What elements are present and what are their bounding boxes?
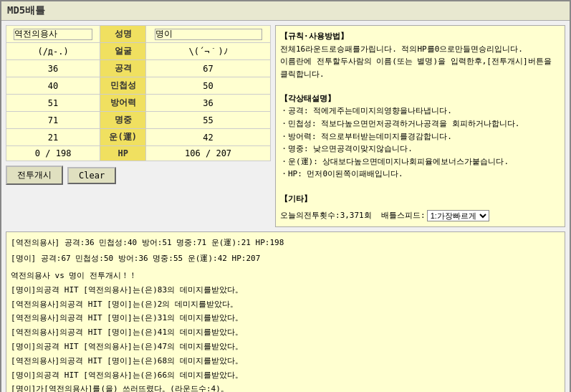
speed-select[interactable]: 1:가장빠르게2:빠르게3:보통4:느리게5:가장느리게 [427, 210, 489, 221]
right-panel: 【규칙·사용방법】 전체16라운드로승패를가립니다. 적의HP를0으로만들면승리… [275, 25, 565, 227]
log-line: [역전의용사]의공격 HIT [명이]는(은)41의 데미지를받았다。 [11, 325, 560, 340]
speed-label: 배틀스피드: [381, 209, 426, 222]
stat-label: HP [100, 146, 146, 161]
app-title: MD5배틀 [7, 4, 45, 16]
log-line: [명이]의공격 HIT [역전의용사]는(은)66의 데미지를받았다。 [11, 368, 560, 383]
log-line: [명이]의공격 HIT [역전의용사]는(은)83의 데미지를받았다。 [11, 283, 560, 297]
battle-controls: 전투개시 Clear [6, 161, 271, 189]
stat-left-value: 21 [6, 129, 100, 146]
stats-table: 성명 (/д-.) 얼굴 \(´¬｀)ﾉ 36 공격 67 40 민첩성 50 … [6, 25, 271, 161]
battle-start-button[interactable]: 전투개시 [6, 166, 63, 185]
battle-count: 3,371회 [340, 209, 372, 222]
log-line: [역전의용사]의공격 HIT [명이]는(은)2의 데미지를받았다。 [11, 297, 560, 312]
stat-label: 공격 [100, 60, 146, 77]
clear-button[interactable]: Clear [67, 167, 116, 184]
left-panel: 성명 (/д-.) 얼굴 \(´¬｀)ﾉ 36 공격 67 40 민첩성 50 … [6, 25, 271, 227]
stat-label-name: 성명 [100, 26, 146, 43]
stat-right-value: 50 [146, 77, 271, 95]
content-area: 성명 (/д-.) 얼굴 \(´¬｀)ﾉ 36 공격 67 40 민첩성 50 … [1, 21, 570, 231]
log-line: [역전의용사]의공격 HIT [명이]는(은)68의 데미지를받았다。 [11, 354, 560, 368]
stat-label: 민첩성 [100, 77, 146, 95]
stat-left-value: 36 [6, 60, 100, 77]
stat-label: 명중 [100, 112, 146, 129]
stat-right-value: 36 [146, 95, 271, 112]
stat-right-value: 67 [146, 60, 271, 77]
status-item: ・명중: 낮으면공격이맞지않습니다. [280, 143, 560, 156]
char2-name-input[interactable] [155, 29, 262, 40]
stat-left-value: 51 [6, 95, 100, 112]
status-item: ・공격: 적에게주는데미지의영향을나타냅니다. [280, 105, 560, 118]
log-line: 역전의용사 vs 명이 전투개시！！ [11, 269, 560, 283]
log-line: [명이]가[역전의용사]를(을) 쓰러뜨렸다。(라운드수:4)。 [11, 382, 560, 392]
rules-header: 【규칙·사용방법】 [280, 32, 348, 41]
stat-right-value: 55 [146, 112, 271, 129]
title-bar: MD5배틀 [1, 1, 570, 21]
stat-right-value: 106 / 207 [146, 146, 271, 161]
other-section: 【기타】 오늘의전투횟수: 3,371회 배틀스피드: 1:가장빠르게2:빠르게… [280, 193, 560, 222]
stat-label: 얼굴 [100, 43, 146, 60]
status-section: 【각상태설명】 ・공격: 적에게주는데미지의영향을나타냅니다.・민첩성: 적보다… [280, 92, 560, 181]
status-items: ・공격: 적에게주는데미지의영향을나타냅니다.・민첩성: 적보다높으면먼저공격하… [280, 105, 560, 181]
stat-left-value: 71 [6, 112, 100, 129]
battle-speed-row: 오늘의전투횟수: 3,371회 배틀스피드: 1:가장빠르게2:빠르게3:보통4… [280, 209, 560, 222]
char1-name-input[interactable] [14, 29, 92, 40]
stat-right-value: 42 [146, 129, 271, 146]
battle-log-wrapper: [역전의용사] 공격:36 민첩성:40 방어:51 명중:71 운(運):21… [1, 231, 570, 392]
stat-label: 운(運) [100, 129, 146, 146]
stat-left-value: 40 [6, 77, 100, 95]
stat-label: 방어력 [100, 95, 146, 112]
rules-section: 【규칙·사용방법】 전체16라운드로승패를가립니다. 적의HP를0으로만들면승리… [280, 30, 560, 80]
char2-stats: [명이] 공격:67 민첩성:50 방어:36 명중:55 운(運):42 HP… [11, 252, 560, 266]
status-header: 【각상태설명】 [280, 94, 335, 103]
char1-stats: [역전의용사] 공격:36 민첩성:40 방어:51 명중:71 운(運):21… [11, 236, 560, 250]
battle-count-label: 오늘의전투횟수: [280, 209, 340, 222]
log-lines: 역전의용사 vs 명이 전투개시！！[명이]의공격 HIT [역전의용사]는(은… [11, 269, 560, 392]
app-window: MD5배틀 성명 (/д-.) 얼굴 \(´¬｀)ﾉ 36 공격 67 40 민… [0, 0, 571, 392]
rules-text: 전체16라운드로승패를가립니다. 적의HP를0으로만들면승리입니다.이름란에 전… [280, 44, 552, 79]
stat-right-value: \(´¬｀)ﾉ [146, 43, 271, 60]
stat-left-value: 0 / 198 [6, 146, 100, 161]
status-item: ・방어력: 적으로부터받는데미지를경감합니다. [280, 130, 560, 143]
log-line: [역전의용사]의공격 HIT [명이]는(은)31의 데미지를받았다。 [11, 311, 560, 325]
other-header: 【기타】 [280, 194, 312, 204]
battle-log-area: [역전의용사] 공격:36 민첩성:40 방어:51 명중:71 운(運):21… [6, 231, 565, 392]
status-item: ・운(運): 상대보다높으면데미지나회피율에보너스가붙습니다. [280, 156, 560, 168]
status-item: ・HP: 먼저0이된쪽이패배입니다. [280, 168, 560, 181]
log-line: [명이]의공격 HIT [역전의용사]는(은)47의 데미지를받았다。 [11, 340, 560, 354]
stat-left-value: (/д-.) [6, 43, 100, 60]
status-item: ・민첩성: 적보다높으면먼저공격하거나공격을 회피하거나합니다. [280, 118, 560, 130]
